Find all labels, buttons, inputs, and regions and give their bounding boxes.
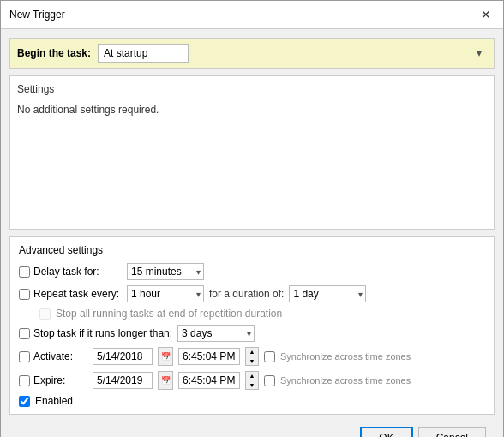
expire-sync-label: Synchronize across time zones (280, 375, 411, 386)
ok-button[interactable]: OK (360, 427, 412, 437)
new-trigger-dialog: New Trigger ✕ Begin the task: At startup… (0, 0, 504, 437)
stop-all-row: Stop all running tasks at end of repetit… (19, 308, 485, 320)
activate-time-down[interactable]: ▼ (246, 356, 258, 365)
expire-sync-checkbox[interactable] (264, 375, 275, 386)
stop-task-select-wrapper: 3 days 1 hour 2 hours 4 hours (177, 325, 255, 342)
activate-checkbox[interactable] (19, 351, 30, 362)
title-bar: New Trigger ✕ (1, 1, 503, 29)
stop-task-label: Stop task if it runs longer than: (19, 327, 172, 339)
close-button[interactable]: ✕ (477, 6, 495, 23)
advanced-section: Advanced settings Delay task for: 15 min… (9, 236, 495, 415)
stop-task-row: Stop task if it runs longer than: 3 days… (19, 325, 485, 342)
begin-task-select-wrapper: At startup On a schedule At log on At id… (98, 44, 487, 63)
activate-time-up[interactable]: ▲ (246, 348, 258, 356)
dialog-body: Begin the task: At startup On a schedule… (1, 29, 503, 437)
activate-label: Activate: (19, 350, 87, 362)
repeat-task-select[interactable]: 1 hour 30 minutes 2 hours (127, 285, 204, 302)
delay-task-select-wrapper: 15 minutes 30 minutes 1 hour 2 hours (127, 263, 204, 280)
repeat-task-row: Repeat task every: 1 hour 30 minutes 2 h… (19, 285, 485, 302)
activate-calendar-button[interactable]: 📅 (158, 347, 173, 366)
activate-time-input[interactable] (178, 348, 240, 365)
bottom-buttons: OK Cancel (9, 422, 495, 437)
expire-label: Expire: (19, 374, 87, 386)
repeat-task-label: Repeat task every: (19, 288, 122, 300)
repeat-task-select-wrapper: 1 hour 30 minutes 2 hours (127, 285, 204, 302)
activate-row: Activate: 📅 ▲ ▼ Synchronize across time … (19, 347, 485, 366)
expire-time-up[interactable]: ▲ (246, 372, 258, 380)
begin-task-label: Begin the task: (17, 47, 91, 59)
settings-section: Settings No additional settings required… (9, 75, 495, 230)
delay-task-row: Delay task for: 15 minutes 30 minutes 1 … (19, 263, 485, 280)
activate-date-input[interactable] (93, 348, 153, 365)
begin-task-row: Begin the task: At startup On a schedule… (9, 38, 495, 69)
expire-time-input[interactable] (178, 372, 240, 389)
expire-time-spinner: ▲ ▼ (245, 371, 259, 390)
expire-calendar-button[interactable]: 📅 (158, 371, 173, 390)
enabled-row: Enabled (19, 395, 485, 407)
stop-task-select[interactable]: 3 days 1 hour 2 hours 4 hours (177, 325, 255, 342)
begin-task-select[interactable]: At startup On a schedule At log on At id… (98, 44, 189, 63)
enabled-label: Enabled (35, 395, 73, 407)
activate-sync-checkbox[interactable] (264, 351, 275, 362)
stop-task-checkbox[interactable] (19, 328, 30, 339)
duration-select[interactable]: 1 day Indefinitely (289, 285, 366, 302)
advanced-label: Advanced settings (19, 244, 485, 256)
activate-time-spinner: ▲ ▼ (245, 347, 259, 366)
duration-label: for a duration of: (209, 288, 284, 300)
duration-select-wrapper: 1 day Indefinitely (289, 285, 366, 302)
expire-date-input[interactable] (93, 372, 153, 389)
cancel-button[interactable]: Cancel (418, 427, 486, 437)
delay-task-label: Delay task for: (19, 266, 122, 278)
activate-sync-label: Synchronize across time zones (280, 351, 411, 362)
settings-label: Settings (17, 83, 487, 95)
repeat-task-checkbox[interactable] (19, 289, 30, 300)
delay-task-select[interactable]: 15 minutes 30 minutes 1 hour 2 hours (127, 263, 204, 280)
expire-checkbox[interactable] (19, 375, 30, 386)
dialog-title: New Trigger (9, 9, 65, 21)
stop-all-checkbox (39, 308, 51, 320)
enabled-checkbox[interactable] (19, 396, 30, 407)
expire-row: Expire: 📅 ▲ ▼ Synchronize across time zo… (19, 371, 485, 390)
no-settings-text: No additional settings required. (17, 100, 487, 119)
expire-time-down[interactable]: ▼ (246, 380, 258, 389)
delay-task-checkbox[interactable] (19, 266, 30, 278)
stop-all-label: Stop all running tasks at end of repetit… (56, 308, 282, 320)
